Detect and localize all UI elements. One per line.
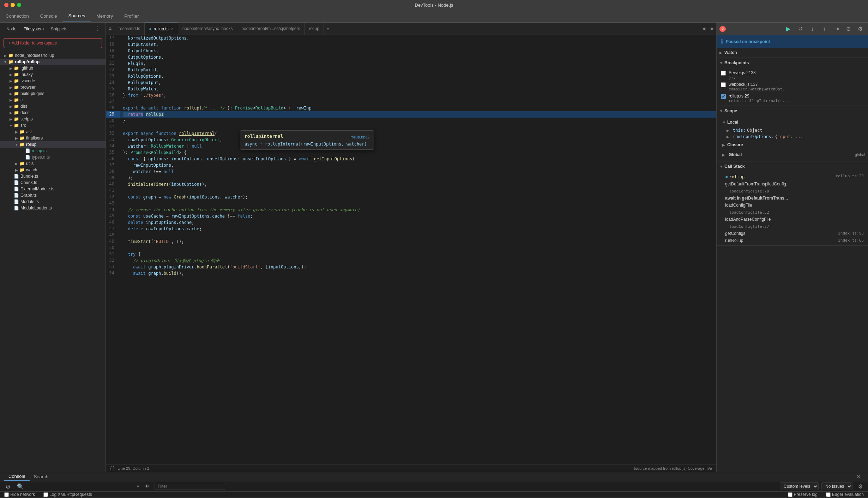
log-level-select[interactable]: Custom levels xyxy=(780,482,819,490)
list-item[interactable]: 📄 types.d.ts xyxy=(0,154,106,160)
next-file-icon[interactable]: ▶ xyxy=(708,24,716,33)
list-item[interactable]: ▶ 📁 dist xyxy=(0,103,106,109)
list-item[interactable]: ▶ 📁 scripts xyxy=(0,116,106,122)
scope-local-header[interactable]: ▼ Local xyxy=(717,117,868,127)
close-bottom-panel-icon[interactable]: ✕ xyxy=(854,473,864,480)
list-item[interactable]: loadConfigFile xyxy=(717,202,868,209)
tab-node[interactable]: Node xyxy=(3,25,20,33)
breakpoint-checkbox[interactable] xyxy=(721,82,726,87)
list-item[interactable]: 📄 ModuleLoader.ts xyxy=(0,205,106,211)
list-item[interactable]: ● rollup rollup.ts:29 xyxy=(717,173,868,180)
call-stack-header[interactable]: ▼ Call Stack xyxy=(717,161,868,171)
tab-snippets[interactable]: Snippets xyxy=(47,25,71,33)
log-xhr-checkbox[interactable] xyxy=(43,492,48,497)
breakpoints-header[interactable]: ▼ Breakpoints xyxy=(717,58,868,68)
collapse-sidebar-button[interactable]: ≡ xyxy=(106,24,114,33)
list-item[interactable]: ▶ 📁 build-plugins xyxy=(0,90,106,97)
hide-network-checkbox[interactable] xyxy=(4,492,9,497)
step-out-button[interactable]: ↑ xyxy=(819,24,829,34)
editor-tab-async_hooks[interactable]: node:internal/async_hooks xyxy=(178,23,237,35)
list-item[interactable]: ▶ 📁 node_modules/rollup xyxy=(0,52,106,59)
console-filter-input[interactable] xyxy=(155,483,225,490)
console-path-input[interactable]: /Users/qinguanghu... xyxy=(28,484,134,489)
list-item[interactable]: ▶ 📁 cli xyxy=(0,97,106,103)
list-item[interactable]: 📄 Chunk.ts xyxy=(0,179,106,186)
editor-tab-cjs_helpers[interactable]: node:internal/m...es/cjs/helpers xyxy=(237,23,305,35)
scope-rawinputoptions-item[interactable]: ▶ rawInputOptions: {input: ... xyxy=(717,134,868,140)
settings-icon[interactable]: ⚙ xyxy=(855,24,865,34)
maximize-button[interactable] xyxy=(17,3,21,7)
list-item[interactable]: ▶ 📁 utils xyxy=(0,160,106,167)
resume-button[interactable]: ▶ xyxy=(783,24,793,34)
deactivate-breakpoints-button[interactable]: ⊘ xyxy=(843,24,853,34)
nav-tab-console[interactable]: Console xyxy=(35,10,63,22)
editor-tab-resolveid[interactable]: resolveId.ts xyxy=(114,23,145,35)
window-controls[interactable] xyxy=(4,3,21,7)
search-tab[interactable]: Search xyxy=(30,473,53,481)
list-item[interactable]: loadConfigFile:27 xyxy=(717,223,868,230)
code-area[interactable]: 17 NormalizedOutputOptions, 18 OutputAss… xyxy=(106,35,716,464)
minimize-button[interactable] xyxy=(11,3,15,7)
editor-tab-rollup-lib[interactable]: rollup xyxy=(305,23,324,35)
editor-tab-rollup[interactable]: ● rollup.ts ✕ xyxy=(145,23,178,35)
tab-filesystem[interactable]: Filesystem xyxy=(20,25,47,33)
list-item[interactable]: ▼ 📁 src xyxy=(0,122,106,129)
filter-console-icon[interactable]: 🔍 xyxy=(16,481,25,491)
add-folder-button[interactable]: + Add folder to workspace xyxy=(4,38,102,48)
list-item[interactable]: 📄 Module.ts xyxy=(0,198,106,205)
list-item[interactable]: loadAndParseConfigFile xyxy=(717,216,868,223)
issues-select[interactable]: No Issues xyxy=(821,482,852,490)
list-item[interactable]: 📄 ExternalModule.ts xyxy=(0,186,106,192)
step-back-button[interactable]: ⇥ xyxy=(831,24,841,34)
inspect-icon[interactable]: 👁 xyxy=(142,481,152,491)
close-button[interactable] xyxy=(4,3,8,7)
nav-tab-sources[interactable]: Sources xyxy=(62,10,91,22)
list-item[interactable]: ▶ 📁 .husky xyxy=(0,71,106,78)
list-item[interactable]: loadConfigFile:78 xyxy=(717,188,868,195)
list-item[interactable]: runRollup index.ts:66 xyxy=(717,237,868,244)
autocomplete-link[interactable]: rollup.ts:32 xyxy=(350,135,369,139)
list-item[interactable]: getConfigs index.js:93 xyxy=(717,230,868,237)
scope-this-item[interactable]: ▶ this: Object xyxy=(717,127,868,134)
list-item[interactable]: ▼ 📁 rollup/rollup xyxy=(0,59,106,65)
more-tabs-icon[interactable]: » xyxy=(324,26,332,31)
list-item[interactable]: ▶ 📁 watch xyxy=(0,167,106,173)
breakpoint-checkbox[interactable] xyxy=(721,94,726,99)
prev-file-icon[interactable]: ◀ xyxy=(699,24,708,33)
preserve-log-checkbox[interactable] xyxy=(788,492,792,497)
scope-global-header[interactable]: ▶ Global global xyxy=(717,150,868,160)
scope-header[interactable]: ▼ Scope xyxy=(717,106,868,116)
scope-closure-header[interactable]: ▶ Closure xyxy=(717,140,868,150)
more-options-icon[interactable]: ⋮ xyxy=(93,25,103,33)
list-item[interactable]: await in getDefaultFromTrans... xyxy=(717,195,868,202)
eager-eval-option[interactable]: Eager evaluation xyxy=(826,492,864,497)
preserve-log-option[interactable]: Preserve log xyxy=(788,492,818,497)
path-dropdown-icon[interactable]: ▾ xyxy=(137,484,139,489)
console-settings-icon[interactable]: ⚙ xyxy=(855,481,865,491)
hide-network-option[interactable]: Hide network xyxy=(4,492,35,497)
list-item[interactable]: ▶ 📁 finalisers xyxy=(0,135,106,141)
clear-console-icon[interactable]: ⊘ xyxy=(3,481,13,491)
list-item[interactable]: ▶ 📁 .vscode xyxy=(0,78,106,84)
list-item[interactable]: ▶ 📁 browser xyxy=(0,84,106,90)
list-item[interactable]: 📄 rollup.ts xyxy=(0,148,106,154)
nav-tab-memory[interactable]: Memory xyxy=(91,10,119,22)
list-item[interactable]: ▶ 📁 ast xyxy=(0,129,106,135)
list-item[interactable]: loadConfigFile:52 xyxy=(717,209,868,216)
watch-header[interactable]: ▶ Watch xyxy=(717,48,868,58)
step-into-button[interactable]: ↓ xyxy=(807,24,817,34)
list-item[interactable]: getDefaultFromTranspiledConfig... xyxy=(717,180,868,188)
breakpoint-checkbox[interactable] xyxy=(721,71,726,76)
eager-eval-checkbox[interactable] xyxy=(826,492,831,497)
list-item[interactable]: ▶ 📁 docs xyxy=(0,109,106,116)
log-xhr-option[interactable]: Log XMLHttpRequests xyxy=(43,492,92,497)
list-item[interactable]: 📄 Graph.ts xyxy=(0,192,106,198)
list-item[interactable]: ▶ 📁 .github xyxy=(0,65,106,71)
close-tab-icon[interactable]: ✕ xyxy=(171,27,174,31)
nav-tab-connection[interactable]: Connection xyxy=(0,10,35,22)
list-item[interactable]: ▼ 📁 rollup xyxy=(0,141,106,148)
step-over-button[interactable]: ↺ xyxy=(795,24,805,34)
list-item[interactable]: 📄 Bundle.ts xyxy=(0,173,106,179)
console-tab[interactable]: Console xyxy=(4,472,30,481)
nav-tab-profiler[interactable]: Profiler xyxy=(119,10,144,22)
